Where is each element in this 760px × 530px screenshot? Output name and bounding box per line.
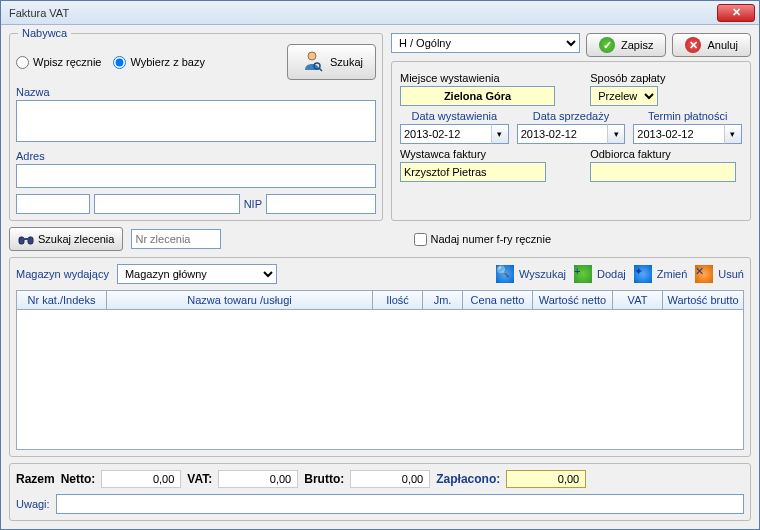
items-add-button[interactable]: +Dodaj — [574, 265, 626, 283]
items-search-button[interactable]: 🔍Wyszukaj — [496, 265, 566, 283]
items-edit-button[interactable]: ✦Zmień — [634, 265, 688, 283]
binoculars-icon — [18, 231, 34, 247]
manual-number-checkbox[interactable] — [414, 233, 427, 246]
items-grid: Nr kat./Indeks Nazwa towaru /usługi Iloś… — [16, 290, 744, 450]
col-unit[interactable]: Jm. — [423, 291, 463, 309]
col-net-value[interactable]: Wartość netto — [533, 291, 613, 309]
search-icon: 🔍 — [496, 265, 514, 283]
col-vat[interactable]: VAT — [613, 291, 663, 309]
search-order-button[interactable]: Szukaj zlecenia — [9, 227, 123, 251]
paid-label: Zapłacono: — [436, 472, 500, 486]
col-qty[interactable]: Ilość — [373, 291, 423, 309]
delete-icon: ✕ — [695, 265, 713, 283]
titlebar: Faktura VAT ✕ — [1, 1, 759, 25]
vat-value: 0,00 — [218, 470, 298, 488]
buyer-panel: Nabywca Wpisz ręcznie Wybierz z bazy Szu… — [9, 33, 383, 221]
person-search-icon — [300, 49, 324, 75]
close-icon: ✕ — [732, 6, 741, 19]
place-label: Miejsce wystawienia — [400, 72, 582, 84]
radio-from-db-label: Wybierz z bazy — [130, 56, 204, 68]
cancel-icon: ✕ — [685, 37, 701, 53]
buyer-legend: Nabywca — [18, 27, 71, 39]
grid-body[interactable] — [17, 310, 743, 449]
netto-label: Netto: — [61, 472, 96, 486]
paid-value: 0,00 — [506, 470, 586, 488]
grid-header: Nr kat./Indeks Nazwa towaru /usługi Iloś… — [17, 291, 743, 310]
invoice-window: Faktura VAT ✕ Nabywca Wpisz ręcznie Wybi… — [0, 0, 760, 530]
warehouse-label: Magazyn wydający — [16, 268, 109, 280]
svg-rect-5 — [23, 238, 29, 240]
issuer-label: Wystawca faktury — [400, 148, 582, 160]
wrench-icon: ✦ — [634, 265, 652, 283]
warehouse-select[interactable]: Magazyn główny — [117, 264, 277, 284]
cancel-button[interactable]: ✕ Anuluj — [672, 33, 751, 57]
save-label: Zapisz — [621, 39, 653, 51]
brutto-label: Brutto: — [304, 472, 344, 486]
place-input[interactable] — [400, 86, 555, 106]
brutto-value: 0,00 — [350, 470, 430, 488]
content: Nabywca Wpisz ręcznie Wybierz z bazy Szu… — [1, 25, 759, 529]
svg-line-2 — [319, 68, 322, 71]
notes-input[interactable] — [56, 494, 744, 514]
recipient-label: Odbiorca faktury — [590, 148, 742, 160]
check-icon: ✓ — [599, 37, 615, 53]
col-net-price[interactable]: Cena netto — [463, 291, 533, 309]
col-gross-value[interactable]: Wartość brutto — [663, 291, 743, 309]
issuer-input[interactable] — [400, 162, 546, 182]
manual-number-label: Nadaj numer f-ry ręcznie — [431, 233, 551, 245]
date-due-label: Termin płatności — [633, 110, 742, 122]
radio-manual[interactable] — [16, 56, 29, 69]
calendar-icon[interactable]: ▾ — [491, 124, 509, 144]
col-name[interactable]: Nazwa towaru /usługi — [107, 291, 373, 309]
buyer-search-button[interactable]: Szukaj — [287, 44, 376, 80]
vat-label: VAT: — [187, 472, 212, 486]
col-index[interactable]: Nr kat./Indeks — [17, 291, 107, 309]
notes-label: Uwagi: — [16, 498, 50, 510]
date-sale-label: Data sprzedaży — [517, 110, 626, 122]
buyer-search-label: Szukaj — [330, 56, 363, 68]
doc-type-select[interactable]: H / Ogólny — [391, 33, 580, 53]
razem-label: Razem — [16, 472, 55, 486]
addr-label: Adres — [16, 150, 376, 162]
svg-point-0 — [308, 52, 316, 60]
date-issue-input[interactable] — [400, 124, 491, 144]
plus-icon: + — [574, 265, 592, 283]
doc-details: Miejsce wystawienia Sposób zapłaty Przel… — [391, 61, 751, 221]
document-panel: H / Ogólny ✓ Zapisz ✕ Anuluj Miejsce wys… — [391, 33, 751, 221]
nip-label: NIP — [244, 198, 262, 210]
buyer-name-input[interactable] — [16, 100, 376, 142]
order-number-input[interactable] — [131, 229, 221, 249]
radio-manual-label: Wpisz ręcznie — [33, 56, 101, 68]
cancel-label: Anuluj — [707, 39, 738, 51]
save-button[interactable]: ✓ Zapisz — [586, 33, 666, 57]
search-order-label: Szukaj zlecenia — [38, 233, 114, 245]
calendar-icon[interactable]: ▾ — [724, 124, 742, 144]
items-delete-button[interactable]: ✕Usuń — [695, 265, 744, 283]
payment-label: Sposób zapłaty — [590, 72, 742, 84]
netto-value: 0,00 — [101, 470, 181, 488]
date-due-input[interactable] — [633, 124, 724, 144]
buyer-nip-input[interactable] — [266, 194, 376, 214]
totals-panel: Razem Netto: 0,00 VAT: 0,00 Brutto: 0,00… — [9, 463, 751, 521]
close-button[interactable]: ✕ — [717, 4, 755, 22]
date-issue-label: Data wystawienia — [400, 110, 509, 122]
radio-from-db[interactable] — [113, 56, 126, 69]
buyer-addr-input[interactable] — [16, 164, 376, 188]
payment-select[interactable]: Przelew — [590, 86, 658, 106]
items-panel: Magazyn wydający Magazyn główny 🔍Wyszuka… — [9, 257, 751, 457]
date-sale-input[interactable] — [517, 124, 608, 144]
calendar-icon[interactable]: ▾ — [607, 124, 625, 144]
recipient-input[interactable] — [590, 162, 736, 182]
name-label: Nazwa — [16, 86, 376, 98]
buyer-zip-input[interactable] — [16, 194, 90, 214]
buyer-city-input[interactable] — [94, 194, 240, 214]
window-title: Faktura VAT — [5, 7, 717, 19]
